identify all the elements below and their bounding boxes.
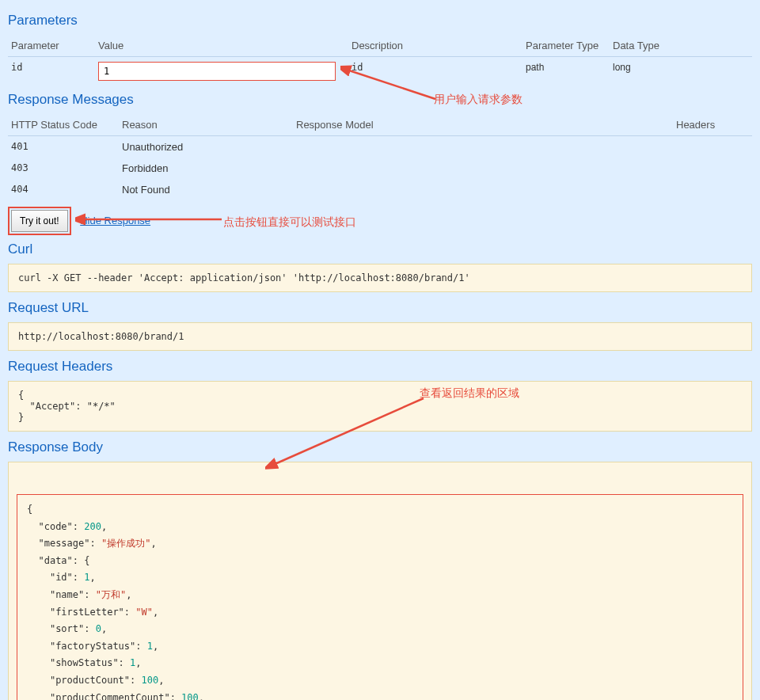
col-description: Description	[348, 35, 522, 57]
param-value-input[interactable]	[98, 62, 336, 81]
table-row: 401 Unauthorized	[8, 136, 752, 158]
param-type: path	[522, 57, 610, 86]
response-body-title: Response Body	[8, 439, 752, 455]
col-value: Value	[95, 35, 348, 57]
param-datatype: long	[610, 57, 752, 86]
col-data-type: Data Type	[610, 35, 752, 57]
request-headers-value: { "Accept": "*/*" }	[8, 381, 752, 432]
col-param-type: Parameter Type	[522, 35, 610, 57]
col-model: Response Model	[293, 114, 673, 136]
status-code: 403	[8, 158, 119, 179]
table-row: 404 Not Found	[8, 179, 752, 200]
response-messages-table: HTTP Status Code Reason Response Model H…	[8, 114, 752, 200]
curl-title: Curl	[8, 242, 752, 257]
col-http-code: HTTP Status Code	[8, 114, 119, 136]
param-description: id	[348, 57, 522, 86]
param-name: id	[8, 57, 95, 86]
annotation-view-result: 查看返回结果的区域	[420, 386, 519, 401]
col-headers: Headers	[673, 114, 752, 136]
try-it-out-button[interactable]: Try it out!	[11, 210, 68, 232]
col-parameter: Parameter	[8, 35, 95, 57]
request-headers-title: Request Headers	[8, 359, 752, 375]
request-url-title: Request URL	[8, 300, 752, 316]
curl-command: curl -X GET --header 'Accept: applicatio…	[8, 264, 752, 292]
status-code: 404	[8, 179, 119, 200]
parameters-table: Parameter Value Description Parameter Ty…	[8, 35, 752, 86]
table-row: id id path long	[8, 57, 752, 86]
table-row: 403 Forbidden	[8, 158, 752, 179]
response-messages-title: Response Messages	[8, 92, 752, 108]
response-body-container: { "code": 200, "message": "操作成功", "data"…	[8, 462, 752, 700]
col-reason: Reason	[119, 114, 293, 136]
status-reason: Not Found	[119, 179, 293, 200]
parameters-title: Parameters	[8, 13, 752, 29]
response-body-value: { "code": 200, "message": "操作成功", "data"…	[17, 494, 743, 700]
status-reason: Unauthorized	[119, 136, 293, 158]
annotation-input-param: 用户输入请求参数	[434, 93, 522, 107]
hide-response-link[interactable]: Hide Response	[80, 215, 150, 226]
status-code: 401	[8, 136, 119, 158]
request-url-value: http://localhost:8080/brand/1	[8, 322, 752, 351]
annotation-click-test: 点击按钮直接可以测试接口	[223, 215, 356, 230]
status-reason: Forbidden	[119, 158, 293, 179]
